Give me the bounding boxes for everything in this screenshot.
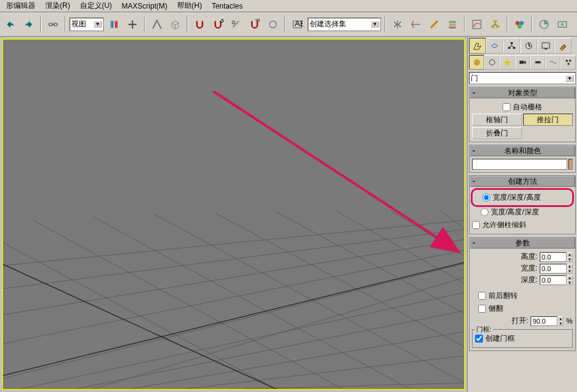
radio-label: 宽度/深度/高度 [493,192,541,203]
sliding-door-button[interactable]: 推拉门 [523,114,573,126]
spinner-down[interactable]: ▼ [567,257,573,262]
svg-line-39 [94,217,410,389]
spacewarps-subtab[interactable] [545,55,561,70]
svg-rect-4 [115,21,118,27]
depth-input[interactable] [540,275,567,285]
bifold-door-button[interactable]: 折叠门 [472,127,522,139]
tool-icon-13[interactable] [426,16,442,32]
display-tab[interactable] [537,38,554,54]
align-button[interactable] [408,16,424,32]
snap-toggle[interactable] [192,16,208,32]
svg-line-42 [276,212,464,317]
minus-icon: - [473,147,475,155]
spinner-up[interactable]: ▲ [567,264,573,269]
utilities-tab[interactable] [554,38,572,54]
rollout-title: 名称和颜色 [473,146,572,156]
redo-button[interactable] [21,16,37,32]
width-height-depth-radio[interactable] [481,208,488,216]
create-frame-checkbox[interactable] [475,335,483,343]
mirror-button[interactable] [390,16,405,32]
flip-side-checkbox[interactable] [478,305,486,313]
systems-subtab[interactable] [561,55,576,70]
svg-line-43 [336,211,464,286]
menu-customize[interactable]: 自定义(U) [76,0,116,12]
helpers-subtab[interactable] [530,55,545,70]
spinner-down[interactable]: ▼ [567,280,573,285]
command-panel: 门 ▼ - 对象类型 自动栅格 枢轴门 推拉门 折叠门 [467,37,577,392]
spinner-down[interactable]: ▼ [567,269,573,274]
svg-point-56 [473,59,480,66]
highlight-annotation: 宽度/深度/高度 [471,188,574,207]
svg-point-10 [269,21,276,27]
auto-grid-label: 自动栅格 [513,102,542,112]
lights-subtab[interactable] [499,55,515,70]
svg-point-22 [518,24,522,29]
object-type-header[interactable]: - 对象类型 [470,87,575,98]
spinner-down[interactable]: ▼ [557,321,564,326]
schematic-view-button[interactable] [487,16,503,32]
angle-snap[interactable]: 3 [210,16,226,32]
spinner-up[interactable]: ▲ [557,316,564,321]
viewport-grid [3,40,464,389]
tool-icon-1[interactable] [106,16,122,32]
hierarchy-tab[interactable] [503,38,520,54]
shapes-subtab[interactable] [484,55,499,70]
main-toolbar: 视图 ▼ 3 % ABC 创建选择集 ▼ [0,12,577,37]
width-input[interactable] [540,264,567,274]
height-input[interactable] [540,252,567,262]
tool-icon-9[interactable] [265,16,281,32]
named-sel-icon[interactable]: ABC [289,16,305,32]
modify-tab[interactable] [486,38,503,54]
link-button[interactable] [45,16,61,32]
dropdown-arrow-icon: ▼ [565,75,574,82]
minus-icon: - [473,177,475,186]
view-dropdown[interactable]: 视图 ▼ [70,18,104,31]
undo-button[interactable] [2,16,18,32]
tool-icon-2[interactable] [125,16,140,32]
object-name-input[interactable] [472,159,567,170]
menu-maxscript[interactable]: MAXScript(M) [118,1,171,12]
svg-rect-19 [496,26,499,27]
spinner-up[interactable]: ▲ [567,252,573,257]
layers-button[interactable] [445,16,460,32]
cameras-subtab[interactable] [515,55,530,70]
menu-tentacles[interactable]: Tentacles [208,1,247,12]
open-unit: % [566,317,573,325]
selection-set-dropdown[interactable]: 创建选择集 ▼ [308,18,381,31]
menu-render[interactable]: 渲染(R) [42,0,74,12]
svg-rect-3 [111,21,114,27]
svg-rect-14 [449,23,455,25]
perspective-viewport[interactable] [2,38,465,390]
name-color-header[interactable]: - 名称和颜色 [470,145,575,156]
motion-tab[interactable] [520,38,537,54]
tool-icon-box[interactable] [167,16,183,32]
flip-front-back-checkbox[interactable] [478,292,486,300]
material-editor-button[interactable] [512,16,528,32]
height-label: 高度: [521,252,537,262]
creation-method-header[interactable]: - 创建方法 [470,176,575,187]
parameters-rollout: - 参数 高度: ▲▼ 宽度: ▲▼ [469,237,576,351]
tool-icon-3[interactable] [149,16,165,32]
allow-tilt-checkbox[interactable] [472,221,480,229]
svg-point-8 [232,21,235,24]
menu-shape-editor[interactable]: 形编辑器 [2,0,39,12]
spinner-snap[interactable]: % [247,16,263,32]
object-color-swatch[interactable] [568,159,573,170]
render-setup-button[interactable] [536,16,552,32]
geometry-subtab[interactable] [469,55,484,70]
parameters-header[interactable]: - 参数 [470,238,575,249]
spinner-up[interactable]: ▲ [567,275,573,280]
menu-help[interactable]: 帮助(H) [173,0,206,12]
open-input[interactable] [531,316,557,326]
percent-snap[interactable] [228,16,244,32]
svg-line-29 [3,250,464,350]
auto-grid-checkbox[interactable] [503,103,510,111]
render-frame-button[interactable] [554,16,570,32]
width-depth-height-radio[interactable] [482,194,490,201]
category-dropdown[interactable]: 门 ▼ [469,72,576,84]
create-tab[interactable] [469,38,486,54]
pivot-door-button[interactable]: 枢轴门 [472,114,522,126]
fieldset-label: 门框: [475,325,493,334]
curve-editor-button[interactable] [469,16,485,32]
viewport-container [0,37,467,392]
